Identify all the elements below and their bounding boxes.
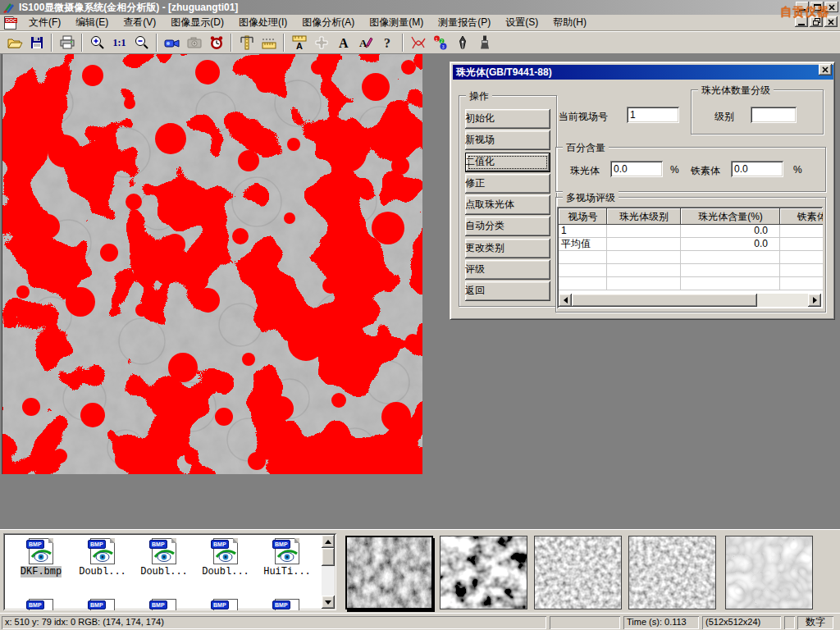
bmp-file-icon: BMP — [213, 538, 238, 564]
classify-tool-button[interactable]: 123 — [429, 33, 451, 52]
change-class-button[interactable]: 更改类别 — [465, 239, 550, 258]
auto-classify-button[interactable]: 自动分类 — [465, 217, 550, 236]
table-horizontal-scrollbar[interactable] — [559, 294, 821, 307]
zoom-out-button[interactable] — [130, 33, 153, 52]
help-button[interactable]: ? — [377, 33, 399, 52]
close-icon — [822, 66, 829, 73]
column-header-pearlite-level[interactable]: 珠光体级别 — [607, 208, 681, 225]
scrollbar-thumb[interactable] — [322, 548, 335, 566]
ruler-measure-button[interactable] — [258, 33, 280, 52]
file-list[interactable]: BMP DKF.bmp BMP Doubl... BMP Doubl... BM… — [3, 533, 336, 610]
annotate-tool-button[interactable]: A — [354, 33, 377, 52]
file-item[interactable]: BMP — [73, 599, 132, 610]
pearlite-unit: % — [670, 164, 679, 176]
file-item[interactable]: BMP — [258, 599, 317, 610]
menu-item-measure-report[interactable]: 测量报告(P) — [431, 14, 498, 31]
pick-tool-button[interactable] — [451, 33, 473, 52]
thumbnail-1[interactable] — [345, 536, 433, 609]
video-capture-button[interactable] — [161, 33, 183, 52]
text-tool-button[interactable]: A — [332, 33, 354, 52]
pearlite-label: 珠光体 — [570, 164, 600, 178]
current-field-input[interactable]: 1 — [627, 107, 679, 123]
column-header-ferrite-content[interactable]: 铁素体含量(%) — [780, 208, 823, 225]
document-icon[interactable]: DOC — [4, 16, 16, 30]
scroll-up-button[interactable] — [322, 535, 335, 548]
scroll-down-button[interactable] — [322, 596, 335, 609]
dialog-title-bar[interactable]: 珠光体(GB/T9441-88) — [453, 65, 833, 80]
menu-item-view[interactable]: 查看(V) — [116, 14, 163, 31]
init-button[interactable]: 初始化 — [465, 109, 550, 129]
table-row[interactable] — [559, 277, 823, 290]
toolbar-separator — [51, 34, 52, 52]
zoom-in-button[interactable] — [86, 33, 108, 52]
scrollbar-thumb[interactable] — [572, 294, 757, 307]
measure-label-button[interactable]: A — [288, 33, 310, 52]
operation-group-label: 操作 — [466, 89, 492, 103]
table-row[interactable] — [559, 251, 823, 264]
grid-tool-button[interactable] — [310, 33, 332, 52]
menu-item-settings[interactable]: 设置(S) — [498, 14, 546, 31]
file-item[interactable]: BMP DKF.bmp — [11, 538, 71, 578]
menu-item-image-processing[interactable]: 图像处理(I) — [231, 14, 294, 31]
menu-item-help[interactable]: 帮助(H) — [546, 14, 594, 31]
eye-icon — [30, 548, 52, 563]
menu-item-image-measure[interactable]: 图像测量(M) — [362, 14, 431, 31]
file-item[interactable]: BMP — [135, 599, 194, 610]
file-item[interactable]: BMP — [11, 599, 71, 610]
file-item[interactable]: BMP HuiTi... — [258, 538, 317, 578]
file-name[interactable]: Doubl... — [202, 566, 249, 578]
file-item[interactable]: BMP — [196, 599, 255, 610]
close-icon — [829, 4, 835, 11]
return-button[interactable]: 返回 — [465, 281, 550, 301]
ferrite-value-input[interactable]: 0.0 — [731, 161, 783, 177]
print-button[interactable] — [56, 33, 78, 52]
thumbnail-4[interactable] — [628, 536, 716, 609]
binarize-button[interactable]: 二值化 — [465, 153, 550, 172]
file-item[interactable]: BMP Doubl... — [196, 538, 255, 578]
actual-size-button[interactable]: 1:1 — [108, 33, 130, 52]
table-row[interactable]: 1 0.0 — [559, 225, 823, 238]
file-name[interactable]: Doubl... — [79, 566, 126, 578]
table-row[interactable]: 平均值 0.0 — [559, 238, 823, 251]
fill-tool-button[interactable] — [473, 33, 495, 52]
pick-pearlite-button[interactable]: 点取珠光体 — [465, 195, 550, 215]
file-list-scrollbar[interactable] — [322, 535, 335, 609]
correct-button[interactable]: 修正 — [465, 174, 550, 194]
dialog-close-button[interactable] — [819, 64, 832, 75]
file-item[interactable]: BMP Doubl... — [135, 538, 194, 578]
camera-capture-button[interactable] — [183, 33, 205, 52]
file-name[interactable]: DKF.bmp — [21, 566, 62, 578]
column-header-pearlite-content[interactable]: 珠光体含量(%) — [681, 208, 780, 225]
thumbnail-3[interactable] — [534, 536, 622, 609]
save-button[interactable] — [25, 33, 48, 52]
toolbar: 1:1 A A A ? 123 — [0, 31, 840, 54]
level-input[interactable] — [751, 107, 797, 123]
table-row[interactable] — [559, 264, 823, 277]
image-viewport[interactable] — [2, 54, 422, 474]
open-file-button[interactable] — [3, 33, 25, 52]
curve-tool-button[interactable] — [407, 33, 429, 52]
file-item[interactable]: BMP Doubl... — [73, 538, 132, 578]
image-size-panel: (512x512x24) — [702, 616, 781, 629]
file-name[interactable]: Doubl... — [140, 566, 188, 578]
help-icon: ? — [380, 34, 396, 51]
thumbnail-2[interactable] — [440, 536, 527, 609]
menu-item-image-display[interactable]: 图像显示(D) — [163, 14, 231, 31]
title-bar: IS100显微摄像系统(金相分析版) - [zhuguangti01] — [0, 0, 840, 15]
menu-item-edit[interactable]: 编辑(E) — [68, 14, 116, 31]
caliper-measure-button[interactable] — [235, 33, 258, 52]
menu-item-file[interactable]: 文件(F) — [21, 14, 68, 31]
toolbar-separator — [156, 34, 158, 52]
column-header-field[interactable]: 视场号 — [559, 208, 607, 225]
scroll-right-button[interactable] — [808, 294, 821, 307]
rating-table[interactable]: 视场号 珠光体级别 珠光体含量(%) 铁素体含量(%) 1 0.0 平均值 0.… — [557, 207, 823, 308]
bmp-file-icon: BMP — [90, 538, 115, 564]
file-name[interactable]: HuiTi... — [263, 566, 311, 578]
new-field-button[interactable]: 新视场 — [465, 130, 550, 150]
rate-button[interactable]: 评级 — [465, 260, 550, 280]
pearlite-value-input[interactable]: 0.0 — [610, 161, 663, 177]
timer-button[interactable] — [205, 33, 227, 52]
scroll-left-button[interactable] — [559, 294, 572, 307]
menu-item-image-analysis[interactable]: 图像分析(A) — [294, 14, 362, 31]
thumbnail-5[interactable] — [725, 536, 813, 609]
